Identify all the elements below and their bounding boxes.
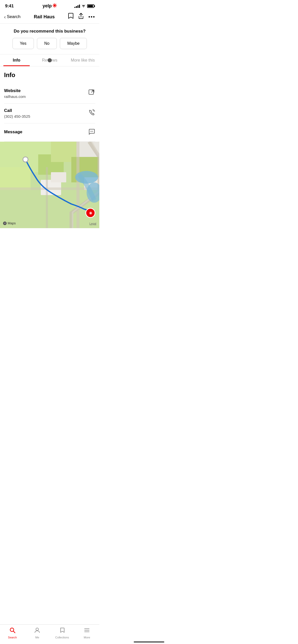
info-section: Info Website railhaus.com Call (302) 450…: [0, 66, 99, 142]
call-content: Call (302) 450-3525: [4, 108, 30, 119]
nav-bar: ‹ Search Rail Haus •••: [0, 10, 99, 24]
tabs-container: Info Reviews More like this: [0, 54, 99, 66]
svg-point-2: [91, 131, 92, 132]
yelp-burst-icon: ✳: [52, 3, 57, 9]
tab-info[interactable]: Info: [0, 54, 33, 66]
map-container[interactable]: ✳ Maps Legal: [0, 142, 99, 228]
scroll-indicator: [48, 58, 52, 62]
battery-icon: [87, 4, 94, 8]
yelp-logo: yelp✳: [43, 3, 57, 9]
message-icon: [88, 128, 95, 137]
more-icon[interactable]: •••: [88, 14, 95, 20]
website-row[interactable]: Website railhaus.com: [4, 84, 95, 104]
status-bar: 9:41 yelp✳: [0, 0, 99, 10]
maps-text: Maps: [8, 221, 16, 225]
message-content: Message: [4, 129, 22, 136]
svg-point-3: [92, 131, 93, 132]
recommend-maybe-button[interactable]: Maybe: [60, 38, 87, 49]
yelp-text: yelp: [43, 3, 52, 9]
recommend-buttons: Yes No Maybe: [4, 38, 95, 49]
share-icon[interactable]: [78, 13, 84, 21]
website-content: Website railhaus.com: [4, 88, 26, 99]
website-icon: [88, 89, 95, 98]
status-icons: [74, 4, 94, 8]
back-button[interactable]: ‹ Search: [4, 14, 21, 20]
call-value: (302) 450-3525: [4, 114, 30, 119]
yelp-logo-container: yelp✳: [43, 3, 57, 9]
recommend-no-button[interactable]: No: [37, 38, 57, 49]
recommend-question: Do you recommend this business?: [4, 29, 95, 34]
nav-actions: •••: [68, 13, 95, 21]
recommend-section: Do you recommend this business? Yes No M…: [0, 24, 99, 54]
signal-icon: [74, 5, 80, 8]
back-label: Search: [7, 14, 21, 19]
call-row[interactable]: Call (302) 450-3525: [4, 104, 95, 123]
apple-maps-label: Maps: [3, 221, 16, 225]
svg-point-19: [23, 157, 28, 162]
wifi-icon: [82, 4, 86, 8]
back-arrow-icon: ‹: [4, 14, 6, 20]
svg-rect-13: [51, 172, 66, 182]
website-label: Website: [4, 88, 26, 93]
svg-rect-14: [76, 142, 79, 228]
svg-rect-15: [0, 187, 99, 190]
svg-point-1: [90, 131, 91, 132]
svg-rect-7: [0, 167, 31, 190]
message-row[interactable]: Message: [4, 123, 95, 142]
bookmark-icon[interactable]: [68, 13, 74, 21]
recommend-yes-button[interactable]: Yes: [12, 38, 34, 49]
message-label: Message: [4, 129, 22, 135]
website-value: railhaus.com: [4, 94, 26, 99]
call-icon: [88, 109, 95, 118]
svg-rect-16: [46, 167, 48, 228]
call-label: Call: [4, 108, 30, 113]
map-legal-label[interactable]: Legal: [89, 222, 96, 225]
page-title: Rail Haus: [34, 14, 55, 20]
info-heading: Info: [4, 71, 95, 79]
tab-more-like-this[interactable]: More like this: [66, 54, 99, 66]
svg-text:✳: ✳: [89, 211, 92, 215]
status-time: 9:41: [5, 4, 14, 9]
